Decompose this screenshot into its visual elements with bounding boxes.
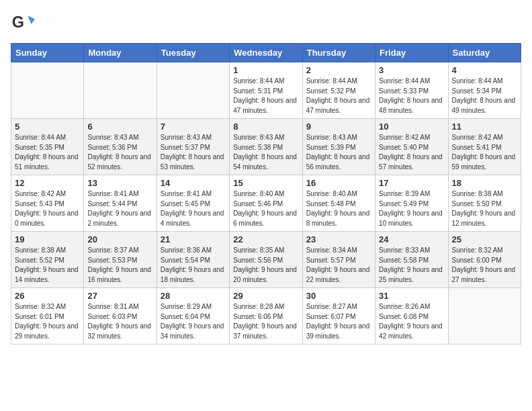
day-number: 24 <box>379 234 444 244</box>
calendar-cell <box>157 62 229 119</box>
calendar-week-row: 19Sunrise: 8:38 AM Sunset: 5:52 PM Dayli… <box>11 232 521 288</box>
calendar-cell: 25Sunrise: 8:32 AM Sunset: 6:00 PM Dayli… <box>448 232 521 288</box>
day-number: 14 <box>161 178 226 188</box>
day-info: Sunrise: 8:42 AM Sunset: 5:40 PM Dayligh… <box>379 133 444 172</box>
day-info: Sunrise: 8:44 AM Sunset: 5:35 PM Dayligh… <box>15 133 80 172</box>
day-info: Sunrise: 8:36 AM Sunset: 5:54 PM Dayligh… <box>161 246 226 285</box>
calendar-cell: 29Sunrise: 8:28 AM Sunset: 6:06 PM Dayli… <box>230 288 302 345</box>
day-number: 26 <box>15 291 80 301</box>
calendar-cell: 10Sunrise: 8:42 AM Sunset: 5:40 PM Dayli… <box>375 119 448 175</box>
calendar-cell: 13Sunrise: 8:41 AM Sunset: 5:44 PM Dayli… <box>84 175 157 232</box>
day-info: Sunrise: 8:33 AM Sunset: 5:58 PM Dayligh… <box>379 246 444 285</box>
calendar-header-row: SundayMondayTuesdayWednesdayThursdayFrid… <box>11 44 521 62</box>
calendar-week-row: 12Sunrise: 8:42 AM Sunset: 5:43 PM Dayli… <box>11 175 521 232</box>
day-info: Sunrise: 8:40 AM Sunset: 5:48 PM Dayligh… <box>306 189 371 228</box>
day-info: Sunrise: 8:31 AM Sunset: 6:03 PM Dayligh… <box>87 302 152 341</box>
calendar-cell: 2Sunrise: 8:44 AM Sunset: 5:32 PM Daylig… <box>302 62 375 119</box>
day-number: 17 <box>379 178 444 188</box>
day-info: Sunrise: 8:41 AM Sunset: 5:45 PM Dayligh… <box>161 189 226 228</box>
calendar-cell: 7Sunrise: 8:43 AM Sunset: 5:37 PM Daylig… <box>157 119 229 175</box>
calendar-cell: 31Sunrise: 8:26 AM Sunset: 6:08 PM Dayli… <box>375 288 448 345</box>
day-number: 10 <box>379 122 444 132</box>
day-info: Sunrise: 8:43 AM Sunset: 5:37 PM Dayligh… <box>161 133 226 172</box>
logo-icon: G <box>11 11 35 35</box>
day-number: 13 <box>87 178 152 188</box>
day-number: 18 <box>452 178 517 188</box>
calendar-cell: 27Sunrise: 8:31 AM Sunset: 6:03 PM Dayli… <box>84 288 157 345</box>
weekday-header: Monday <box>84 44 157 62</box>
day-info: Sunrise: 8:43 AM Sunset: 5:38 PM Dayligh… <box>233 133 298 172</box>
day-info: Sunrise: 8:32 AM Sunset: 6:01 PM Dayligh… <box>15 302 80 341</box>
calendar-cell: 1Sunrise: 8:44 AM Sunset: 5:31 PM Daylig… <box>230 62 302 119</box>
calendar-table: SundayMondayTuesdayWednesdayThursdayFrid… <box>11 43 521 345</box>
day-number: 16 <box>306 178 371 188</box>
calendar-cell: 26Sunrise: 8:32 AM Sunset: 6:01 PM Dayli… <box>11 288 84 345</box>
day-info: Sunrise: 8:35 AM Sunset: 5:56 PM Dayligh… <box>233 246 298 285</box>
day-number: 9 <box>306 122 371 132</box>
day-info: Sunrise: 8:38 AM Sunset: 5:52 PM Dayligh… <box>15 246 80 285</box>
calendar-cell: 23Sunrise: 8:34 AM Sunset: 5:57 PM Dayli… <box>302 232 375 288</box>
calendar-cell: 6Sunrise: 8:43 AM Sunset: 5:36 PM Daylig… <box>84 119 157 175</box>
calendar-cell: 15Sunrise: 8:40 AM Sunset: 5:46 PM Dayli… <box>230 175 302 232</box>
day-number: 11 <box>452 122 517 132</box>
day-info: Sunrise: 8:28 AM Sunset: 6:06 PM Dayligh… <box>233 302 298 341</box>
day-number: 20 <box>87 234 152 244</box>
calendar-cell: 20Sunrise: 8:37 AM Sunset: 5:53 PM Dayli… <box>84 232 157 288</box>
day-number: 2 <box>306 65 371 75</box>
day-number: 4 <box>452 65 517 75</box>
day-info: Sunrise: 8:44 AM Sunset: 5:33 PM Dayligh… <box>379 77 444 116</box>
calendar-cell: 3Sunrise: 8:44 AM Sunset: 5:33 PM Daylig… <box>375 62 448 119</box>
day-info: Sunrise: 8:41 AM Sunset: 5:44 PM Dayligh… <box>87 189 152 228</box>
calendar-cell: 12Sunrise: 8:42 AM Sunset: 5:43 PM Dayli… <box>11 175 84 232</box>
calendar-cell: 4Sunrise: 8:44 AM Sunset: 5:34 PM Daylig… <box>448 62 521 119</box>
calendar-week-row: 26Sunrise: 8:32 AM Sunset: 6:01 PM Dayli… <box>11 288 521 345</box>
calendar-week-row: 1Sunrise: 8:44 AM Sunset: 5:31 PM Daylig… <box>11 62 521 119</box>
calendar-cell: 22Sunrise: 8:35 AM Sunset: 5:56 PM Dayli… <box>230 232 302 288</box>
calendar-cell <box>448 288 521 345</box>
calendar-cell: 21Sunrise: 8:36 AM Sunset: 5:54 PM Dayli… <box>157 232 229 288</box>
day-number: 28 <box>161 291 226 301</box>
day-number: 27 <box>87 291 152 301</box>
day-info: Sunrise: 8:34 AM Sunset: 5:57 PM Dayligh… <box>306 246 371 285</box>
weekday-header: Sunday <box>11 44 84 62</box>
calendar-cell: 9Sunrise: 8:43 AM Sunset: 5:39 PM Daylig… <box>302 119 375 175</box>
day-info: Sunrise: 8:32 AM Sunset: 6:00 PM Dayligh… <box>452 246 517 285</box>
day-info: Sunrise: 8:27 AM Sunset: 6:07 PM Dayligh… <box>306 302 371 341</box>
day-info: Sunrise: 8:42 AM Sunset: 5:43 PM Dayligh… <box>15 189 80 228</box>
day-info: Sunrise: 8:42 AM Sunset: 5:41 PM Dayligh… <box>452 133 517 172</box>
day-info: Sunrise: 8:44 AM Sunset: 5:32 PM Dayligh… <box>306 77 371 116</box>
day-number: 1 <box>233 65 298 75</box>
page-header: G <box>11 11 521 35</box>
weekday-header: Tuesday <box>157 44 229 62</box>
day-info: Sunrise: 8:44 AM Sunset: 5:31 PM Dayligh… <box>233 77 298 116</box>
calendar-cell: 16Sunrise: 8:40 AM Sunset: 5:48 PM Dayli… <box>302 175 375 232</box>
day-info: Sunrise: 8:39 AM Sunset: 5:49 PM Dayligh… <box>379 189 444 228</box>
calendar-cell: 18Sunrise: 8:38 AM Sunset: 5:50 PM Dayli… <box>448 175 521 232</box>
day-number: 6 <box>87 122 152 132</box>
calendar-cell: 19Sunrise: 8:38 AM Sunset: 5:52 PM Dayli… <box>11 232 84 288</box>
weekday-header: Saturday <box>448 44 521 62</box>
svg-text:G: G <box>12 13 24 31</box>
calendar-cell <box>84 62 157 119</box>
day-number: 5 <box>15 122 80 132</box>
calendar-cell: 30Sunrise: 8:27 AM Sunset: 6:07 PM Dayli… <box>302 288 375 345</box>
day-number: 21 <box>161 234 226 244</box>
day-info: Sunrise: 8:40 AM Sunset: 5:46 PM Dayligh… <box>233 189 298 228</box>
day-number: 29 <box>233 291 298 301</box>
weekday-header: Wednesday <box>230 44 302 62</box>
svg-marker-1 <box>28 15 35 24</box>
calendar-week-row: 5Sunrise: 8:44 AM Sunset: 5:35 PM Daylig… <box>11 119 521 175</box>
calendar-cell: 17Sunrise: 8:39 AM Sunset: 5:49 PM Dayli… <box>375 175 448 232</box>
calendar-cell: 24Sunrise: 8:33 AM Sunset: 5:58 PM Dayli… <box>375 232 448 288</box>
logo: G <box>11 11 38 35</box>
day-number: 8 <box>233 122 298 132</box>
day-number: 7 <box>161 122 226 132</box>
day-info: Sunrise: 8:44 AM Sunset: 5:34 PM Dayligh… <box>452 77 517 116</box>
day-number: 15 <box>233 178 298 188</box>
calendar-cell: 14Sunrise: 8:41 AM Sunset: 5:45 PM Dayli… <box>157 175 229 232</box>
calendar-cell <box>11 62 84 119</box>
day-info: Sunrise: 8:38 AM Sunset: 5:50 PM Dayligh… <box>452 189 517 228</box>
day-number: 25 <box>452 234 517 244</box>
calendar-cell: 11Sunrise: 8:42 AM Sunset: 5:41 PM Dayli… <box>448 119 521 175</box>
weekday-header: Friday <box>375 44 448 62</box>
